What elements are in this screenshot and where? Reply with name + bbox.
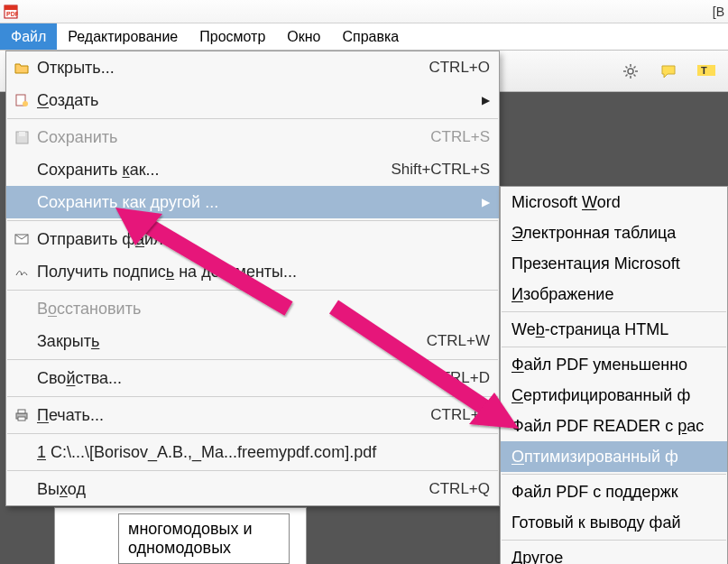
separator xyxy=(502,311,726,312)
submenu-image[interactable]: Изображение xyxy=(501,279,727,310)
menu-item-saveas-other[interactable]: Сохранить как другой ...▶ xyxy=(6,186,499,218)
svg-rect-1 xyxy=(5,5,17,10)
separator xyxy=(502,474,726,475)
menu-file[interactable]: Файл xyxy=(0,23,57,50)
svg-rect-24 xyxy=(18,410,25,413)
menu-item-restore: Восстановить xyxy=(6,292,499,325)
separator xyxy=(7,433,498,434)
menu-window[interactable]: Окно xyxy=(276,23,331,50)
menu-view[interactable]: Просмотр xyxy=(189,23,276,50)
svg-line-11 xyxy=(634,66,636,68)
menu-item-saveas[interactable]: Сохранить как...Shift+CTRL+S xyxy=(6,153,499,186)
separator xyxy=(7,359,498,360)
separator xyxy=(7,220,498,221)
submenu-web[interactable]: Web-страница HTML xyxy=(501,314,727,345)
separator xyxy=(502,347,726,347)
menu-item-save: СохранитьCTRL+S xyxy=(6,121,499,153)
doc-text: многомодовых и одномодовых xyxy=(118,513,290,564)
separator xyxy=(7,118,498,119)
saveas-other-submenu: Microsoft Word Электронная таблица Презе… xyxy=(500,186,728,564)
svg-text:T: T xyxy=(701,65,707,76)
separator xyxy=(7,470,498,471)
submenu-support-pdf[interactable]: Файл PDF с поддержк xyxy=(501,476,727,507)
file-dropdown: Открыть...CTRL+O Создать▶ СохранитьCTRL+… xyxy=(5,51,500,506)
app-pdf-icon: PDF xyxy=(4,5,18,19)
menu-edit[interactable]: Редактирование xyxy=(57,23,189,50)
folder-open-icon xyxy=(14,60,30,76)
submenu-word[interactable]: Microsoft Word xyxy=(501,187,727,217)
print-icon xyxy=(14,407,30,423)
submenu-reduced-pdf[interactable]: Файл PDF уменьшенно xyxy=(501,349,727,380)
svg-line-8 xyxy=(626,66,628,68)
separator xyxy=(502,540,726,541)
svg-rect-21 xyxy=(19,132,25,136)
highlight-text-icon[interactable]: T xyxy=(692,57,721,86)
menubar: Файл Редактирование Просмотр Окно Справк… xyxy=(0,23,728,51)
titlebar: PDF [В xyxy=(0,0,728,23)
submenu-output-ready[interactable]: Готовый к выводу фай xyxy=(501,507,727,538)
comment-icon[interactable] xyxy=(654,57,683,86)
menu-item-exit[interactable]: ВыходCTRL+Q xyxy=(6,473,499,505)
menu-item-recent-1[interactable]: 1 C:\...\[Borisov_A.B.,_Ma...freemypdf.c… xyxy=(6,436,499,468)
menu-item-get-signature[interactable]: Получить подпись на документы... xyxy=(6,255,499,288)
mail-icon xyxy=(14,231,30,247)
svg-line-10 xyxy=(626,74,628,76)
separator xyxy=(7,290,498,291)
menu-item-create[interactable]: Создать▶ xyxy=(6,84,499,116)
svg-point-3 xyxy=(628,69,633,74)
gear-icon[interactable] xyxy=(616,57,645,86)
menu-item-properties[interactable]: Свойства...CTRL+D xyxy=(6,362,499,394)
svg-line-9 xyxy=(634,74,636,76)
svg-rect-25 xyxy=(18,417,25,421)
submenu-spreadsheet[interactable]: Электронная таблица xyxy=(501,217,727,248)
signature-icon xyxy=(14,264,30,280)
submenu-optimized-pdf[interactable]: Оптимизированный ф xyxy=(501,441,727,472)
window-title: [В xyxy=(713,5,724,19)
submenu-powerpoint[interactable]: Презентация Microsoft xyxy=(501,248,727,279)
menu-item-close[interactable]: ЗакрытьCTRL+W xyxy=(6,325,499,357)
menu-item-send[interactable]: Отправить файл... xyxy=(6,223,499,255)
menu-item-open[interactable]: Открыть...CTRL+O xyxy=(6,51,499,84)
separator xyxy=(7,396,498,397)
save-icon xyxy=(14,129,30,145)
submenu-reader-pdf[interactable]: Файл PDF READER с рас xyxy=(501,411,727,441)
submenu-certified-pdf[interactable]: Сертифицированный ф xyxy=(501,380,727,411)
menu-help[interactable]: Справка xyxy=(332,23,410,50)
create-icon xyxy=(14,92,30,108)
svg-text:PDF: PDF xyxy=(6,11,18,17)
document-page: многомодовых и одномодовых xyxy=(54,507,307,564)
submenu-other[interactable]: Другое xyxy=(501,542,727,564)
svg-point-19 xyxy=(23,101,28,106)
menu-item-print[interactable]: Печать...CTRL+P xyxy=(6,399,499,431)
